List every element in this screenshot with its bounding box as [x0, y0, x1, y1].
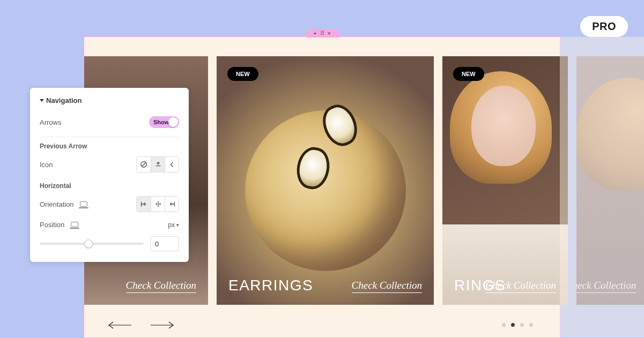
check-collection-link[interactable]: Check Collection	[576, 280, 636, 293]
prev-arrow-button[interactable]	[108, 319, 132, 331]
arrow-right-icon	[150, 321, 174, 329]
unit-select[interactable]: px ▾	[168, 221, 179, 229]
carousel-arrows	[108, 319, 174, 331]
model-face	[471, 86, 536, 166]
desktop-icon[interactable]	[80, 201, 87, 207]
handle-close-icon[interactable]: ×	[328, 31, 331, 36]
dot-2[interactable]	[511, 323, 515, 327]
slide-title: EARRINGS	[228, 277, 313, 294]
model-hair	[576, 78, 644, 190]
pro-badge: PRO	[580, 16, 628, 37]
dot-4[interactable]	[529, 323, 533, 327]
arrow-left-icon	[108, 321, 132, 329]
previous-arrow-heading: Previous Arrow	[40, 142, 179, 150]
chevron-left-icon	[168, 161, 176, 168]
position-label: Position	[40, 221, 78, 229]
slide-4[interactable]: Check Collection	[576, 56, 644, 305]
svg-line-3	[142, 163, 146, 167]
orientation-segmented	[136, 196, 179, 212]
position-row: Position px ▾	[40, 216, 179, 233]
slide-3[interactable]: NEW RINGS Check Collection	[442, 56, 568, 305]
slider-thumb[interactable]	[84, 239, 93, 248]
caret-down-icon	[40, 99, 44, 102]
arrows-label: Arrows	[40, 118, 61, 126]
align-center-icon	[154, 200, 162, 208]
section-heading-label: Navigation	[46, 96, 82, 104]
handle-add-icon[interactable]: +	[313, 31, 316, 36]
align-left-icon	[140, 200, 147, 208]
position-input[interactable]: 0	[150, 236, 179, 251]
new-badge: NEW	[453, 67, 484, 81]
check-collection-link[interactable]: Check Collection	[352, 280, 422, 293]
horizontal-heading: Horizontal	[40, 182, 179, 190]
dot-3[interactable]	[520, 323, 524, 327]
icon-upload-option[interactable]	[151, 157, 165, 172]
icon-segmented	[136, 156, 179, 172]
slide-2[interactable]: NEW EARRINGS Check Collection	[217, 56, 434, 305]
icon-label: Icon	[40, 161, 53, 169]
align-right-option[interactable]	[165, 197, 179, 212]
position-slider[interactable]	[40, 243, 144, 245]
section-handle[interactable]: + ⠿ ×	[306, 29, 339, 37]
align-right-icon	[168, 200, 176, 208]
align-left-option[interactable]	[137, 197, 151, 212]
arrows-toggle[interactable]: Show	[149, 116, 179, 128]
check-collection-link[interactable]: Check Collection	[126, 280, 196, 293]
new-badge: NEW	[227, 67, 258, 81]
orientation-row: Orientation	[40, 192, 179, 216]
icon-chevron-option[interactable]	[165, 157, 179, 172]
chevron-down-icon: ▾	[176, 222, 179, 228]
toggle-text: Show	[149, 119, 169, 125]
position-slider-row: 0	[40, 236, 179, 251]
none-icon	[140, 161, 147, 168]
toggle-knob	[168, 117, 178, 127]
dot-1[interactable]	[502, 323, 506, 327]
align-center-option[interactable]	[151, 197, 165, 212]
next-arrow-button[interactable]	[150, 319, 174, 331]
desktop-icon[interactable]	[71, 222, 78, 227]
carousel-dots	[502, 323, 533, 327]
section-heading[interactable]: Navigation	[40, 96, 179, 104]
orientation-label: Orientation	[40, 200, 87, 208]
check-collection-link[interactable]: Check Collection	[486, 280, 556, 293]
icon-row: Icon	[40, 152, 179, 177]
handle-drag-icon[interactable]: ⠿	[320, 31, 324, 36]
product-image-peach	[245, 110, 406, 271]
navigation-settings-panel: Navigation Arrows Show Previous Arrow Ic…	[30, 88, 189, 262]
upload-icon	[154, 161, 162, 168]
icon-none-option[interactable]	[137, 157, 151, 172]
arrows-toggle-row: Arrows Show	[40, 112, 179, 137]
